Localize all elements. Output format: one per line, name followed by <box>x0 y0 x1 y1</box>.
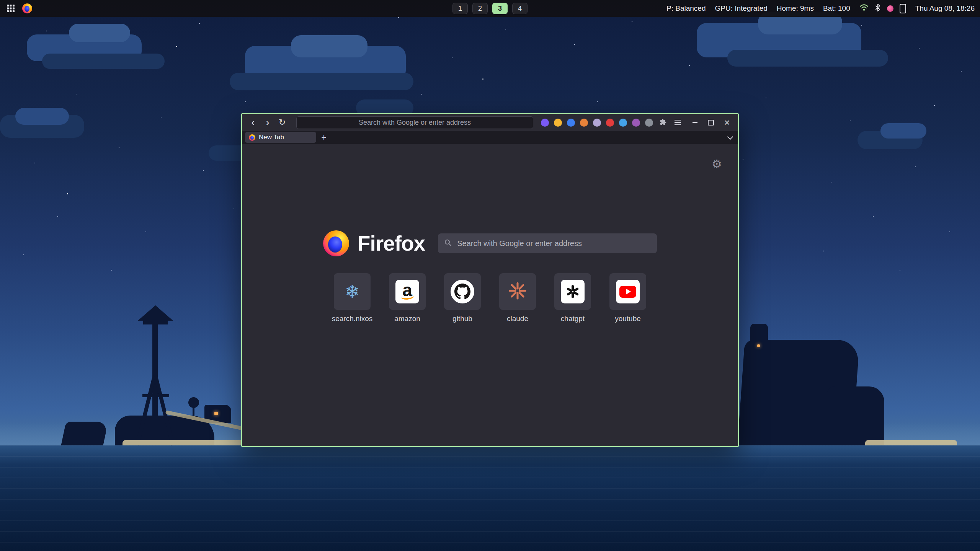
firefox-wordmark: Firefox <box>358 231 425 256</box>
watchtower-roof <box>138 305 173 321</box>
workspace-switcher: 1 2 3 4 <box>452 3 528 14</box>
shortcut-claude[interactable]: claude <box>499 273 536 323</box>
minimize-button[interactable] <box>691 118 699 127</box>
newtab-hero: Firefox <box>242 230 738 256</box>
clock: Thu Aug 08, 18:26 <box>915 4 975 13</box>
window-controls: × <box>691 118 733 127</box>
ocean <box>0 445 980 551</box>
workspace-3-active[interactable]: 3 <box>492 3 508 14</box>
shortcut-label: youtube <box>615 315 641 323</box>
shortcut-search-nixos[interactable]: ❄ search.nixos <box>334 273 371 323</box>
shortcut-tiles: ❄ search.nixos a amazon <box>242 273 738 323</box>
battery-module: Bat: 100 <box>823 4 850 13</box>
github-octocat-icon <box>451 280 474 303</box>
shortcut-chatgpt[interactable]: chatgpt <box>554 273 591 323</box>
menu-hamburger-icon[interactable] <box>671 116 684 129</box>
url-input[interactable] <box>297 116 533 129</box>
newtab-search-bar[interactable] <box>438 233 657 253</box>
extension-orange-icon[interactable] <box>580 119 588 127</box>
app-launcher-icon[interactable] <box>6 4 15 13</box>
power-profile-module: P: Balanced <box>666 4 706 13</box>
top-bar: 1 2 3 4 P: Balanced GPU: Integrated Home… <box>0 0 980 17</box>
tab-favicon <box>249 134 255 141</box>
search-icon <box>444 239 452 248</box>
firefox-taskbar-icon[interactable] <box>22 3 32 13</box>
wifi-icon[interactable] <box>859 4 869 13</box>
youtube-icon <box>616 280 640 303</box>
shortcut-github[interactable]: github <box>444 273 481 323</box>
browser-toolbar: ‹ › ↻ <box>242 114 738 131</box>
reload-button[interactable]: ↻ <box>276 116 289 129</box>
desktop: 1 2 3 4 P: Balanced GPU: Integrated Home… <box>0 0 980 551</box>
url-bar[interactable] <box>296 116 533 129</box>
shortcut-label: search.nixos <box>332 315 373 323</box>
new-tab-button[interactable]: + <box>318 132 329 143</box>
device-icon[interactable] <box>900 4 906 13</box>
extension-violet-icon[interactable] <box>632 119 640 127</box>
back-button[interactable]: ‹ <box>247 116 260 129</box>
close-button[interactable]: × <box>723 118 731 127</box>
tab-strip: New Tab + <box>242 131 738 144</box>
extension-purple-icon[interactable] <box>541 119 549 127</box>
nixos-snowflake-icon: ❄ <box>345 281 360 302</box>
extension-gray-icon[interactable] <box>645 119 653 127</box>
extension-moon-icon[interactable] <box>554 119 562 127</box>
gpu-module: GPU: Integrated <box>715 4 767 13</box>
maximize-button[interactable] <box>707 118 715 127</box>
extension-red-icon[interactable] <box>606 119 614 127</box>
workspace-2[interactable]: 2 <box>472 3 488 14</box>
extension-cyan-icon[interactable] <box>619 119 627 127</box>
workspace-1[interactable]: 1 <box>452 3 468 14</box>
shortcut-youtube[interactable]: youtube <box>609 273 646 323</box>
tab-title: New Tab <box>259 134 284 141</box>
system-tray <box>859 3 906 14</box>
extension-icons <box>541 119 653 127</box>
firefox-logo <box>323 230 349 256</box>
extension-lavender-icon[interactable] <box>593 119 601 127</box>
shortcut-label: amazon <box>394 315 420 323</box>
color-indicator-icon[interactable] <box>887 5 893 12</box>
ping-module: Home: 9ms <box>777 4 814 13</box>
claude-starburst-icon <box>508 282 527 302</box>
workspace-4[interactable]: 4 <box>512 3 528 14</box>
shortcut-label: chatgpt <box>561 315 585 323</box>
bluetooth-icon[interactable] <box>875 3 881 14</box>
shortcut-label: github <box>452 315 472 323</box>
personalize-gear-icon[interactable]: ⚙ <box>712 158 722 170</box>
shortcut-label: claude <box>507 315 528 323</box>
new-tab-page: ⚙ Firefox ❄ <box>242 144 738 446</box>
amazon-icon: a <box>395 280 419 303</box>
shortcut-amazon[interactable]: a amazon <box>389 273 426 323</box>
tab-list-chevron-icon[interactable] <box>725 132 735 142</box>
forward-button[interactable]: › <box>261 116 274 129</box>
firefox-window: ‹ › ↻ <box>241 113 739 447</box>
chatgpt-knot-icon <box>561 280 585 303</box>
newtab-search-input[interactable] <box>456 239 651 248</box>
extensions-puzzle-icon[interactable] <box>658 116 670 129</box>
tab-new-tab[interactable]: New Tab <box>245 132 316 143</box>
extension-blue-icon[interactable] <box>567 119 575 127</box>
